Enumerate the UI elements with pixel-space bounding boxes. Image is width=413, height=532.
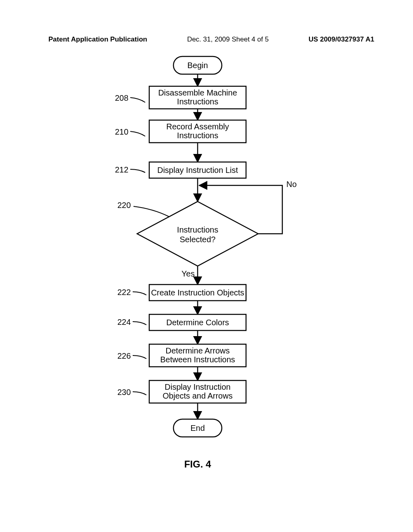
step-212: Display Instruction List 212 (115, 162, 246, 178)
step-210-line2: Instructions (177, 131, 218, 140)
begin-node: Begin (173, 56, 222, 74)
decision-220-line2: Selected? (180, 235, 216, 244)
header-center: Dec. 31, 2009 Sheet 4 of 5 (187, 35, 269, 44)
step-208-line2: Instructions (177, 97, 218, 106)
step-226: Determine Arrows Between Instructions 22… (117, 344, 246, 367)
ref-230: 230 (117, 388, 131, 397)
ref-224: 224 (117, 318, 131, 326)
ref-220: 220 (117, 201, 131, 210)
page-header: Patent Application Publication Dec. 31, … (0, 0, 413, 44)
begin-label: Begin (187, 61, 208, 70)
end-node: End (173, 419, 222, 437)
yes-label: Yes (181, 269, 195, 278)
ref-208: 208 (115, 94, 128, 102)
decision-220-line1: Instructions (177, 225, 218, 234)
ref-212-connector (130, 169, 145, 172)
ref-212: 212 (115, 165, 128, 174)
no-label: No (286, 180, 297, 189)
step-230: Display Instruction Objects and Arrows 2… (117, 380, 246, 403)
step-208: Disassemble Machine Instructions 208 (115, 86, 246, 109)
step-226-line1: Determine Arrows (166, 346, 230, 355)
step-226-line2: Between Instructions (160, 355, 235, 364)
ref-224-connector (133, 322, 146, 325)
ref-210-connector (130, 131, 145, 136)
step-210: Record Assembly Instructions 210 (115, 120, 246, 143)
ref-222-connector (133, 292, 146, 295)
ref-222: 222 (117, 288, 131, 297)
figure-label: FIG. 4 (184, 459, 211, 470)
ref-210: 210 (115, 127, 128, 136)
step-208-line1: Disassemble Machine (158, 88, 237, 97)
ref-226: 226 (117, 351, 131, 360)
header-left: Patent Application Publication (48, 35, 147, 44)
step-210-line1: Record Assembly (166, 122, 229, 131)
ref-208-connector (130, 98, 145, 102)
step-230-line1: Display Instruction (165, 382, 230, 391)
ref-226-connector (133, 355, 146, 359)
ref-220-connector (133, 206, 169, 217)
decision-220: Instructions Selected? 220 (117, 201, 258, 266)
flowchart: Begin Disassemble Machine Instructions 2… (0, 48, 413, 492)
ref-230-connector (133, 392, 146, 395)
step-222-line1: Create Instruction Objects (151, 288, 244, 297)
step-230-line2: Objects and Arrows (163, 391, 232, 400)
header-right: US 2009/0327937 A1 (309, 35, 374, 44)
step-212-line1: Display Instruction List (157, 166, 238, 175)
step-222: Create Instruction Objects 222 (117, 285, 246, 301)
step-224: Determine Colors 224 (117, 314, 246, 330)
end-label: End (190, 424, 205, 432)
step-224-line1: Determine Colors (166, 318, 229, 327)
